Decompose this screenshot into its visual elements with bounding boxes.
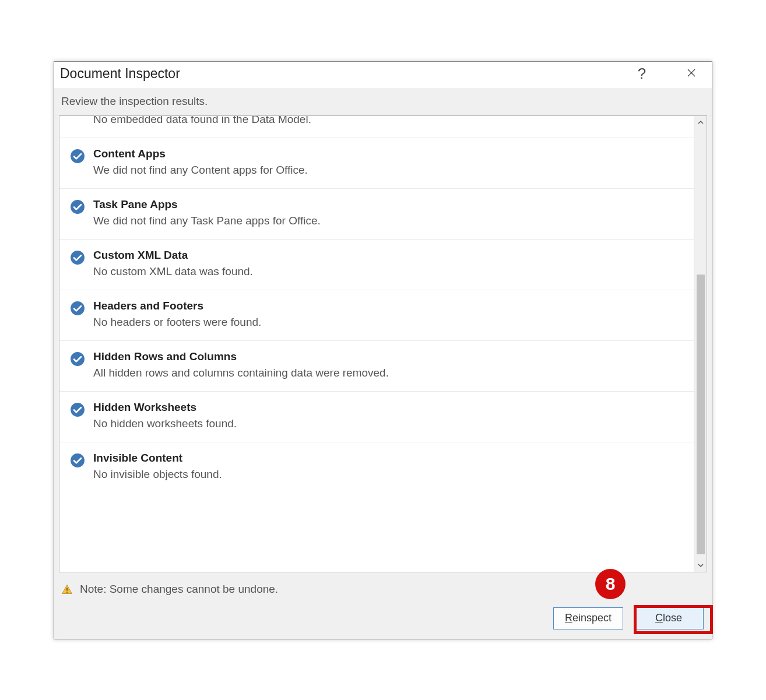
annotation-step-badge: 8: [595, 569, 626, 599]
scroll-down-arrow-icon[interactable]: [694, 559, 707, 572]
svg-point-8: [71, 403, 85, 417]
result-item: Custom XML Data No custom XML data was f…: [59, 240, 694, 290]
result-item: Task Pane Apps We did not find any Task …: [59, 189, 694, 240]
result-heading: Hidden Worksheets: [93, 401, 683, 414]
scroll-thumb[interactable]: [697, 275, 705, 554]
scroll-track[interactable]: [694, 129, 707, 559]
result-heading: Content Apps: [93, 147, 683, 160]
result-description: All hidden rows and columns containing d…: [93, 367, 683, 379]
result-description: No custom XML data was found.: [93, 265, 683, 278]
window-title: Document Inspector: [59, 66, 180, 82]
check-icon: [70, 250, 85, 265]
result-heading: Custom XML Data: [93, 249, 683, 262]
footer-note-text: Note: Some changes cannot be undone.: [80, 583, 278, 596]
result-heading: Hidden Rows and Columns: [93, 350, 683, 363]
svg-point-5: [71, 251, 85, 265]
check-icon: [70, 149, 85, 164]
subheader-text: Review the inspection results.: [54, 89, 712, 115]
result-description: No hidden worksheets found.: [93, 417, 683, 430]
close-window-button[interactable]: [683, 65, 700, 83]
help-icon: ?: [638, 65, 646, 83]
results-list: Data Model No embedded data found in the…: [59, 116, 694, 572]
result-description: No invisible objects found.: [93, 468, 683, 481]
result-description: We did not find any Task Pane apps for O…: [93, 214, 683, 227]
result-item: Hidden Worksheets No hidden worksheets f…: [59, 392, 694, 442]
result-description: We did not find any Content apps for Off…: [93, 164, 683, 177]
result-item: Invisible Content No invisible objects f…: [59, 442, 694, 493]
check-icon: [70, 301, 85, 316]
svg-point-4: [71, 200, 85, 214]
warning-icon: [61, 583, 73, 595]
svg-rect-11: [66, 592, 68, 593]
vertical-scrollbar[interactable]: [694, 116, 707, 572]
check-icon: [70, 402, 85, 417]
document-inspector-dialog: Document Inspector ? Review the inspecti…: [54, 61, 712, 639]
result-heading: Task Pane Apps: [93, 198, 683, 211]
result-description: No embedded data found in the Data Model…: [93, 116, 683, 126]
help-button[interactable]: ?: [633, 65, 651, 83]
result-heading: Invisible Content: [93, 452, 683, 465]
close-icon: [686, 66, 697, 82]
svg-rect-10: [66, 588, 68, 590]
svg-point-7: [71, 352, 85, 366]
check-icon: [70, 199, 85, 214]
check-icon: [70, 351, 85, 367]
result-item: Data Model No embedded data found in the…: [59, 116, 694, 138]
result-item: Headers and Footers No headers or footer…: [59, 290, 694, 341]
reinspect-button[interactable]: Reinspect: [553, 607, 623, 629]
svg-point-6: [71, 301, 85, 315]
svg-point-3: [71, 149, 85, 163]
results-scroll-area: Data Model No embedded data found in the…: [59, 115, 707, 572]
result-description: No headers or footers were found.: [93, 316, 683, 329]
result-item: Content Apps We did not find any Content…: [59, 138, 694, 189]
titlebar-actions: ?: [633, 65, 707, 83]
scroll-up-arrow-icon[interactable]: [694, 116, 707, 129]
check-icon: [70, 453, 85, 468]
titlebar: Document Inspector ?: [54, 62, 712, 89]
svg-point-9: [71, 453, 85, 467]
result-heading: Headers and Footers: [93, 300, 683, 312]
annotation-highlight-rect: [634, 605, 713, 634]
result-item: Hidden Rows and Columns All hidden rows …: [59, 341, 694, 392]
